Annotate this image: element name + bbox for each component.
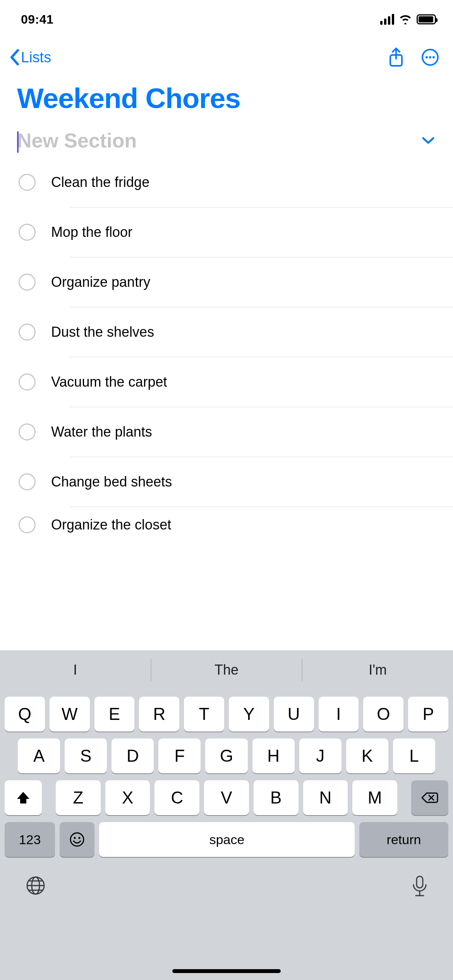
- status-bar: 09:41: [0, 0, 453, 39]
- item-label: Water the plants: [51, 423, 453, 440]
- key-emoji[interactable]: [60, 822, 94, 857]
- keyboard: I The I'm Q W E R T Y U I O P A S D F G …: [0, 650, 453, 980]
- complete-toggle[interactable]: [19, 473, 36, 490]
- battery-icon: [417, 14, 436, 24]
- list-item[interactable]: Clean the fridge: [19, 158, 453, 207]
- key-s[interactable]: S: [65, 738, 107, 773]
- svg-point-5: [432, 56, 435, 58]
- back-label: Lists: [21, 49, 51, 66]
- key-u[interactable]: U: [274, 697, 314, 732]
- complete-toggle[interactable]: [19, 174, 36, 191]
- key-n[interactable]: N: [303, 780, 348, 815]
- section-name-input[interactable]: [17, 129, 420, 152]
- suggestion[interactable]: The: [151, 650, 302, 690]
- key-a[interactable]: A: [18, 738, 60, 773]
- key-return[interactable]: return: [359, 822, 448, 857]
- complete-toggle[interactable]: [19, 423, 36, 440]
- key-h[interactable]: H: [252, 738, 295, 773]
- key-v[interactable]: V: [204, 780, 249, 815]
- wifi-icon: [399, 14, 412, 24]
- complete-toggle[interactable]: [19, 516, 36, 533]
- svg-point-10: [79, 837, 81, 839]
- list-item[interactable]: Vacuum the carpet: [19, 357, 453, 407]
- share-button[interactable]: [386, 48, 406, 67]
- key-c[interactable]: C: [154, 780, 199, 815]
- key-m[interactable]: M: [352, 780, 397, 815]
- list-item[interactable]: Dust the shelves: [19, 307, 453, 357]
- svg-point-9: [74, 837, 76, 839]
- key-d[interactable]: D: [112, 738, 154, 773]
- key-k[interactable]: K: [346, 738, 388, 773]
- home-indicator[interactable]: [172, 969, 281, 973]
- key-f[interactable]: F: [158, 738, 201, 773]
- list-item[interactable]: Mop the floor: [19, 207, 453, 257]
- item-label: Change bed sheets: [51, 473, 453, 490]
- globe-icon: [25, 875, 46, 896]
- key-backspace[interactable]: [411, 780, 448, 815]
- globe-button[interactable]: [25, 875, 46, 898]
- text-cursor: [17, 131, 19, 153]
- more-button[interactable]: [420, 48, 440, 67]
- key-e[interactable]: E: [94, 697, 135, 732]
- svg-rect-14: [417, 876, 423, 888]
- item-label: Organize the closet: [51, 516, 453, 533]
- complete-toggle[interactable]: [19, 324, 36, 341]
- key-r[interactable]: R: [139, 697, 179, 732]
- suggestion[interactable]: I: [0, 650, 151, 690]
- chevron-down-icon: [422, 136, 435, 145]
- chevron-left-icon: [7, 46, 22, 69]
- keyboard-suggestions: I The I'm: [0, 650, 453, 690]
- key-y[interactable]: Y: [229, 697, 269, 732]
- key-w[interactable]: W: [50, 697, 90, 732]
- page-title: Weekend Chores: [0, 76, 453, 123]
- list-item[interactable]: Water the plants: [19, 407, 453, 457]
- key-b[interactable]: B: [254, 780, 299, 815]
- back-button[interactable]: Lists: [7, 46, 51, 69]
- key-p[interactable]: P: [408, 697, 448, 732]
- key-z[interactable]: Z: [56, 780, 101, 815]
- key-l[interactable]: L: [393, 738, 435, 773]
- item-label: Vacuum the carpet: [51, 373, 453, 390]
- item-label: Dust the shelves: [51, 324, 453, 340]
- ellipsis-circle-icon: [421, 48, 439, 66]
- complete-toggle[interactable]: [19, 224, 36, 241]
- key-numbers[interactable]: 123: [5, 822, 55, 857]
- key-x[interactable]: X: [105, 780, 150, 815]
- backspace-icon: [421, 792, 438, 804]
- item-label: Mop the floor: [51, 224, 453, 240]
- emoji-icon: [69, 832, 85, 847]
- status-indicators: [380, 14, 436, 25]
- nav-bar: Lists: [0, 39, 453, 76]
- complete-toggle[interactable]: [19, 373, 36, 391]
- key-shift[interactable]: [5, 780, 42, 815]
- reminders-list: Clean the fridge Mop the floor Organize …: [0, 158, 453, 542]
- suggestion[interactable]: I'm: [302, 650, 453, 690]
- key-i[interactable]: I: [319, 697, 359, 732]
- svg-point-8: [70, 833, 84, 846]
- dictation-button[interactable]: [411, 875, 428, 899]
- key-t[interactable]: T: [184, 697, 224, 732]
- list-item[interactable]: Organize the closet: [19, 507, 453, 542]
- complete-toggle[interactable]: [19, 274, 36, 291]
- key-space[interactable]: space: [99, 822, 355, 857]
- collapse-section-button[interactable]: [420, 133, 436, 148]
- item-label: Clean the fridge: [51, 174, 453, 190]
- key-j[interactable]: J: [299, 738, 341, 773]
- item-label: Organize pantry: [51, 274, 453, 290]
- key-g[interactable]: G: [205, 738, 247, 773]
- svg-point-3: [426, 56, 428, 58]
- mic-icon: [411, 875, 428, 898]
- cellular-icon: [380, 14, 394, 25]
- status-time: 09:41: [21, 12, 53, 27]
- key-q[interactable]: Q: [5, 697, 45, 732]
- shift-icon: [16, 791, 30, 804]
- key-o[interactable]: O: [363, 697, 403, 732]
- list-item[interactable]: Organize pantry: [19, 257, 453, 307]
- share-icon: [388, 47, 404, 67]
- list-item[interactable]: Change bed sheets: [19, 457, 453, 507]
- svg-point-4: [429, 56, 431, 58]
